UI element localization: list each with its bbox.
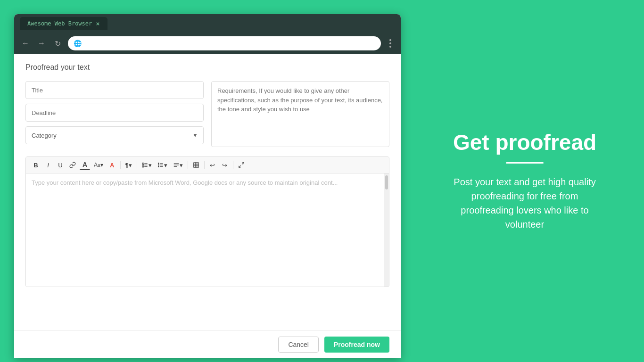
- form-layout: Category ▼: [25, 81, 389, 149]
- underline-button[interactable]: U: [55, 160, 66, 170]
- title-input[interactable]: [25, 81, 204, 99]
- scroll-thumb: [385, 175, 388, 189]
- paragraph-button[interactable]: ¶▾: [124, 160, 134, 170]
- svg-point-9: [158, 163, 159, 164]
- toolbar-sep-1: [120, 161, 121, 169]
- toolbar-sep-5: [233, 161, 233, 169]
- bullet-list-button[interactable]: ▾: [156, 160, 169, 170]
- page-footer: Cancel Proofread now: [14, 330, 401, 358]
- toolbar-sep-4: [204, 161, 205, 169]
- cancel-button[interactable]: Cancel: [278, 337, 319, 353]
- svg-line-21: [239, 165, 240, 167]
- toolbar-sep-3: [188, 161, 188, 169]
- redo-button[interactable]: ↪: [220, 160, 230, 170]
- editor-placeholder: Type your content here or copy/paste fro…: [32, 179, 338, 186]
- proofread-now-button[interactable]: Proofread now: [324, 337, 389, 353]
- category-select-wrapper: Category ▼: [25, 126, 204, 144]
- page-content: Proofread your text Category ▼: [14, 54, 401, 330]
- marketing-title: Get proofread: [453, 131, 596, 155]
- refresh-button[interactable]: ↻: [52, 38, 63, 49]
- browser-toolbar: ← → ↻ 🌐: [14, 33, 401, 54]
- toolbar-sep-2: [137, 161, 137, 169]
- browser-window: Awesome Web Browser × ← → ↻ 🌐 Proof: [14, 14, 401, 358]
- bold-button[interactable]: B: [31, 160, 41, 170]
- back-button[interactable]: ←: [20, 38, 31, 49]
- editor-textarea[interactable]: Type your content here or copy/paste fro…: [26, 173, 384, 287]
- right-panel: Get proofread Post your text and get hig…: [405, 0, 644, 362]
- category-select[interactable]: Category: [25, 126, 204, 144]
- tab-close-button[interactable]: ×: [96, 20, 99, 27]
- svg-line-20: [242, 163, 244, 165]
- svg-point-10: [158, 165, 159, 165]
- address-bar[interactable]: 🌐: [68, 36, 381, 50]
- browser-titlebar: Awesome Web Browser ×: [14, 14, 401, 33]
- svg-rect-15: [193, 163, 198, 168]
- editor-toolbar: B I U A Aa▾ A ¶▾: [26, 157, 389, 173]
- marketing-description: Post your text and get high quality proo…: [449, 175, 600, 231]
- browser-tab[interactable]: Awesome Web Browser ×: [20, 17, 107, 30]
- form-left: Category ▼: [25, 81, 204, 149]
- left-panel: Awesome Web Browser × ← → ↻ 🌐 Proof: [0, 0, 405, 362]
- highlight-button[interactable]: A: [107, 160, 117, 170]
- link-button[interactable]: [67, 160, 78, 170]
- font-color-button[interactable]: A: [80, 160, 90, 170]
- undo-button[interactable]: ↩: [207, 160, 218, 170]
- svg-point-11: [158, 166, 159, 167]
- italic-button[interactable]: I: [43, 160, 53, 170]
- align-button[interactable]: ▾: [171, 160, 185, 170]
- requirements-textarea[interactable]: [211, 81, 389, 147]
- marketing-divider: [506, 162, 544, 164]
- table-button[interactable]: [191, 160, 201, 170]
- fullscreen-button[interactable]: [236, 160, 247, 170]
- page-title: Proofread your text: [25, 63, 389, 72]
- forward-button[interactable]: →: [36, 38, 47, 49]
- browser-menu-button[interactable]: [386, 39, 395, 48]
- deadline-input[interactable]: [25, 104, 204, 122]
- form-right: [211, 81, 389, 149]
- ordered-list-button[interactable]: 1 2 3 ▾: [140, 160, 154, 170]
- editor-body: Type your content here or copy/paste fro…: [26, 173, 389, 287]
- editor-wrapper: B I U A Aa▾ A ¶▾: [25, 156, 389, 287]
- tab-title: Awesome Web Browser: [27, 20, 92, 27]
- globe-icon: 🌐: [74, 40, 82, 47]
- svg-text:3: 3: [142, 165, 144, 168]
- font-size-button[interactable]: Aa▾: [92, 160, 105, 170]
- editor-scrollbar: [384, 173, 389, 287]
